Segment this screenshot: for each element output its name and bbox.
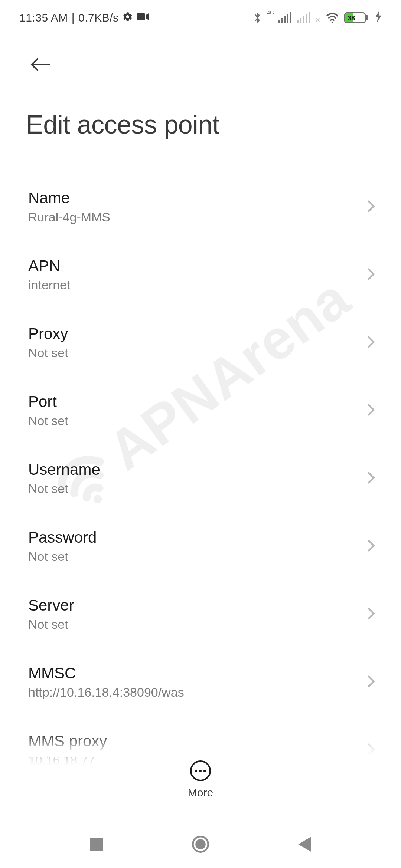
setting-value: Rural-4g-MMS (28, 210, 110, 224)
signal-no-service-icon: ✕ (315, 16, 320, 24)
setting-value: Not set (28, 346, 68, 360)
setting-label: Username (28, 461, 100, 479)
chevron-right-icon (367, 335, 375, 351)
gear-icon (123, 11, 133, 24)
divider (26, 812, 375, 812)
arrow-left-icon (30, 57, 50, 72)
setting-row-username[interactable]: Username Not set (26, 444, 375, 512)
bluetooth-icon (253, 11, 262, 24)
setting-label: Server (28, 596, 74, 614)
setting-label: APN (28, 257, 70, 275)
nav-back-button[interactable] (290, 829, 319, 859)
status-bar: 11:35 AM | 0.7KB/s 4G ✕ 38 (0, 0, 401, 29)
svg-point-1 (332, 22, 333, 23)
setting-value: Not set (28, 617, 74, 632)
circle-icon (192, 836, 209, 853)
signal-4g-label: 4G (267, 10, 274, 16)
nav-home-button[interactable] (186, 829, 215, 859)
triangle-left-icon (298, 837, 311, 852)
square-icon (90, 838, 103, 851)
chevron-right-icon (367, 267, 375, 283)
chevron-right-icon (367, 674, 375, 690)
setting-row-mmsc[interactable]: MMSC http://10.16.18.4:38090/was (26, 648, 375, 716)
status-time: 11:35 AM (19, 11, 68, 24)
chevron-right-icon (367, 471, 375, 486)
more-button[interactable]: More (188, 760, 213, 799)
setting-row-proxy[interactable]: Proxy Not set (26, 309, 375, 377)
setting-value: http://10.16.18.4:38090/was (28, 685, 184, 700)
setting-value: Not set (28, 414, 68, 428)
setting-value: internet (28, 278, 70, 292)
setting-label: Name (28, 189, 110, 207)
more-icon (190, 760, 211, 781)
setting-label: Password (28, 529, 97, 546)
setting-label: MMSC (28, 664, 184, 682)
chevron-right-icon (367, 539, 375, 554)
signal-bars-secondary-icon (297, 12, 310, 23)
page-title: Edit access point (26, 110, 375, 139)
camera-icon (137, 11, 149, 24)
nav-recent-button[interactable] (82, 829, 111, 859)
settings-list: Name Rural-4g-MMS APN internet Proxy Not… (0, 173, 401, 784)
system-nav-bar (0, 821, 401, 868)
charging-bolt-icon (375, 11, 382, 25)
signal-bars-primary-icon (278, 12, 291, 23)
battery-icon: 38 (344, 12, 368, 23)
chevron-right-icon (367, 199, 375, 215)
setting-value: Not set (28, 549, 97, 564)
more-label: More (188, 786, 213, 799)
chevron-right-icon (367, 606, 375, 622)
setting-row-port[interactable]: Port Not set (26, 377, 375, 444)
setting-row-server[interactable]: Server Not set (26, 580, 375, 648)
setting-label: Proxy (28, 325, 68, 343)
setting-row-password[interactable]: Password Not set (26, 512, 375, 580)
svg-rect-3 (90, 838, 103, 851)
wifi-icon (326, 12, 339, 23)
svg-point-5 (195, 839, 206, 849)
back-button[interactable] (28, 53, 52, 76)
setting-row-apn[interactable]: APN internet (26, 241, 375, 309)
setting-label: Port (28, 393, 68, 411)
chevron-right-icon (367, 403, 375, 418)
status-net-speed: 0.7KB/s (78, 11, 119, 24)
status-separator: | (72, 11, 75, 24)
setting-row-name[interactable]: Name Rural-4g-MMS (26, 173, 375, 241)
bottom-menu: More (0, 743, 401, 817)
setting-value: Not set (28, 481, 100, 496)
battery-level: 38 (348, 14, 355, 22)
svg-rect-0 (137, 13, 145, 20)
